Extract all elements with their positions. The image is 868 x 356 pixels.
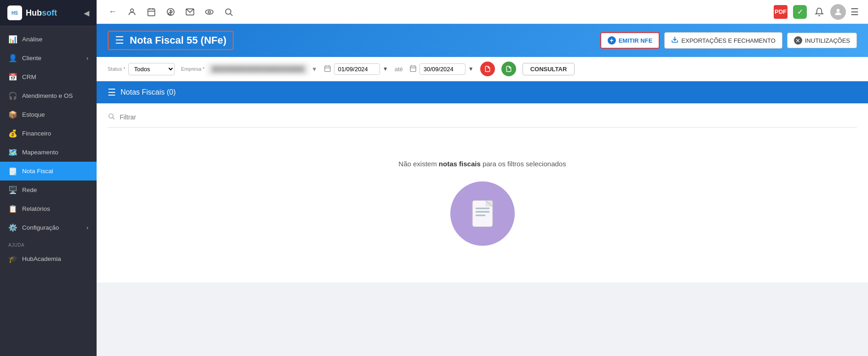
sidebar: HS Hubsoft ◀ 📊 Análise 👤 Cliente › 📅 CRM…	[0, 0, 97, 356]
emitir-nfe-button[interactable]: + EMITIR NFE	[600, 32, 660, 49]
cliente-icon: 👤	[8, 54, 17, 62]
sidebar-item-configuracao[interactable]: ⚙️ Configuração ›	[0, 218, 97, 237]
atendimento-icon: 🎧	[8, 91, 17, 100]
eye-button[interactable]	[201, 3, 218, 21]
empty-state-icon	[450, 181, 515, 246]
financeiro-icon: 💰	[8, 129, 17, 138]
consultar-button[interactable]: CONSULTAR	[523, 63, 575, 75]
sidebar-item-rede[interactable]: 🖥️ Rede	[0, 181, 97, 199]
status-label: Status *	[108, 66, 126, 72]
svg-point-8	[208, 11, 211, 13]
sidebar-item-cliente[interactable]: 👤 Cliente ›	[0, 49, 97, 68]
sidebar-item-label: HubAcademia	[22, 255, 61, 262]
plus-icon: +	[608, 36, 616, 45]
logo-text: Hubsoft	[26, 8, 57, 18]
hubacademia-icon: 🎓	[8, 254, 17, 263]
empresa-input[interactable]	[207, 63, 309, 75]
topbar-right: PDF ✓ ☰	[772, 4, 861, 20]
sidebar-item-label: Atendimento e OS	[22, 92, 73, 99]
sidebar-item-label: Análise	[22, 36, 42, 43]
export-icon	[671, 36, 678, 45]
topbar: ← PDF ✓	[97, 0, 868, 24]
user-avatar[interactable]	[830, 4, 846, 20]
date-from-input[interactable]	[334, 63, 380, 75]
crm-icon: 📅	[8, 73, 17, 81]
chevron-right-icon: ›	[86, 55, 88, 62]
bell-button[interactable]	[811, 4, 828, 20]
svg-rect-24	[475, 208, 489, 209]
email-button[interactable]	[181, 3, 199, 21]
sidebar-item-atendimento[interactable]: 🎧 Atendimento e OS	[0, 86, 97, 105]
date-from-group: ▼	[324, 63, 388, 75]
rede-icon: 🖥️	[8, 186, 17, 194]
nota-fiscal-header-icon: ☰	[115, 34, 124, 46]
date-to-input[interactable]	[420, 63, 466, 75]
main-area: ← PDF ✓	[97, 0, 868, 356]
sidebar-item-nota-fiscal[interactable]: 🗒️ Nota Fiscal	[0, 162, 97, 181]
export-pdf-button[interactable]	[480, 62, 495, 76]
page-header: ☰ Nota Fiscal 55 (NFe) + EMITIR NFE EXPO…	[97, 24, 868, 57]
sidebar-item-label: CRM	[22, 73, 36, 80]
configuracao-icon: ⚙️	[8, 223, 17, 232]
svg-point-7	[206, 10, 213, 14]
empresa-dropdown-icon[interactable]: ▼	[311, 66, 317, 73]
sidebar-item-hubacademia[interactable]: 🎓 HubAcademia	[0, 249, 97, 268]
dropdown-from-icon[interactable]: ▼	[383, 66, 388, 72]
sidebar-item-label: Configuração	[22, 224, 59, 231]
svg-point-0	[131, 9, 134, 12]
inutilizacoes-button[interactable]: ✕ INUTILIZAÇÕES	[787, 33, 857, 48]
sidebar-item-financeiro[interactable]: 💰 Financeiro	[0, 124, 97, 143]
sidebar-item-label: Relatórios	[22, 205, 50, 212]
svg-rect-25	[475, 211, 489, 213]
export-excel-button[interactable]	[501, 62, 516, 76]
ajuda-section-label: AJUDA	[0, 237, 97, 249]
filter-bar: Status * Todos Autorizada Cancelada Reje…	[97, 57, 868, 81]
check-icon-button[interactable]: ✓	[792, 4, 808, 20]
hamburger-menu-button[interactable]: ☰	[849, 5, 861, 19]
sidebar-collapse-icon[interactable]: ◀	[84, 9, 89, 17]
sidebar-item-relatorios[interactable]: 📋 Relatórios	[0, 199, 97, 218]
status-select[interactable]: Todos Autorizada Cancelada Rejeitada	[128, 63, 175, 75]
analise-icon: 📊	[8, 35, 17, 44]
pdf-icon: PDF	[774, 5, 788, 19]
section-header: ☰ Notas Fiscais (0)	[97, 81, 868, 103]
section-header-icon: ☰	[108, 87, 116, 98]
svg-point-11	[837, 9, 840, 12]
calendar-to-icon	[409, 65, 417, 73]
sidebar-item-crm[interactable]: 📅 CRM	[0, 68, 97, 86]
back-button[interactable]: ←	[104, 3, 121, 21]
svg-rect-26	[475, 215, 485, 216]
search-button[interactable]	[220, 3, 237, 21]
filter-input[interactable]	[120, 113, 304, 121]
sidebar-item-label: Nota Fiscal	[22, 168, 53, 175]
x-icon: ✕	[794, 36, 802, 45]
sidebar-item-label: Cliente	[22, 55, 41, 62]
empresa-label: Empresa *	[181, 66, 205, 72]
estoque-icon: 📦	[8, 110, 17, 119]
svg-rect-13	[325, 66, 330, 71]
svg-rect-1	[148, 9, 155, 16]
sidebar-nav: 📊 Análise 👤 Cliente › 📅 CRM 🎧 Atendiment…	[0, 26, 97, 356]
section-body: Não existem notas fiscais para os filtro…	[97, 103, 868, 283]
chevron-right-icon: ›	[86, 225, 88, 231]
empty-state-text: Não existem notas fiscais para os filtro…	[398, 160, 566, 168]
page-title: Nota Fiscal 55 (NFe)	[130, 34, 226, 46]
sidebar-item-analise[interactable]: 📊 Análise	[0, 30, 97, 49]
date-to-group: ▼	[409, 63, 474, 75]
contacts-button[interactable]	[123, 3, 141, 21]
export-fechamento-button[interactable]: EXPORTAÇÕES E FECHAMENTO	[664, 32, 782, 49]
sidebar-logo: HS Hubsoft ◀	[0, 0, 97, 26]
pdf-icon-button[interactable]: PDF	[772, 4, 789, 20]
empresa-filter-group: Empresa * ▼	[181, 63, 317, 75]
dollar-button[interactable]	[162, 3, 179, 21]
svg-line-22	[113, 118, 115, 119]
status-filter-group: Status * Todos Autorizada Cancelada Reje…	[108, 63, 175, 75]
calendar-button[interactable]	[143, 3, 160, 21]
relatorios-icon: 📋	[8, 204, 17, 213]
page-header-actions: + EMITIR NFE EXPORTAÇÕES E FECHAMENTO ✕ …	[600, 32, 857, 49]
sidebar-item-estoque[interactable]: 📦 Estoque	[0, 105, 97, 124]
sidebar-item-label: Rede	[22, 186, 37, 193]
svg-point-21	[109, 114, 113, 118]
sidebar-item-mapeamento[interactable]: 🗺️ Mapeamento	[0, 143, 97, 162]
dropdown-to-icon[interactable]: ▼	[468, 66, 474, 72]
